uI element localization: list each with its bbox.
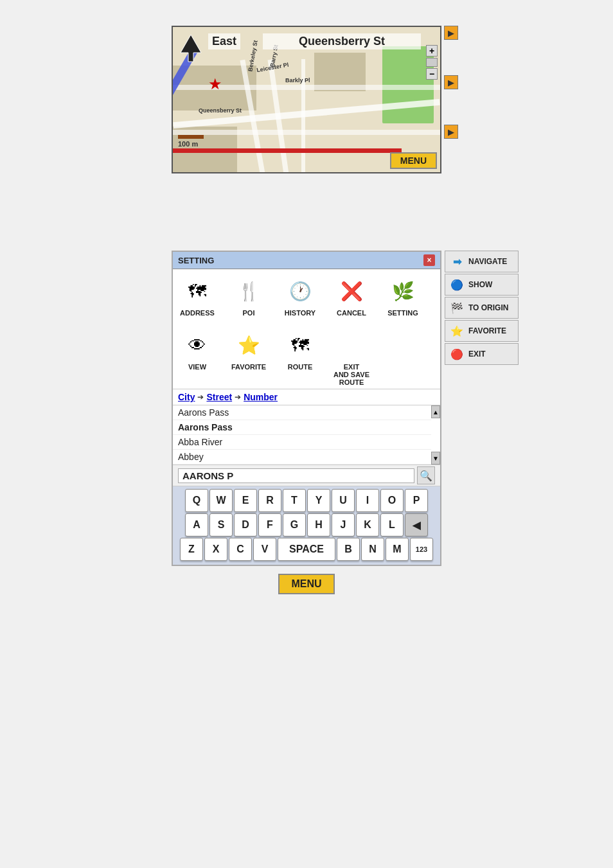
- map-street-name: Queensberry St: [263, 33, 421, 49]
- favorite-icon: ⭐: [233, 330, 264, 360]
- to-origin-icon: 🏁: [449, 300, 465, 315]
- poi-icon: 🍴: [233, 276, 264, 306]
- key-b[interactable]: B: [337, 538, 360, 561]
- exit-button[interactable]: 🔴 EXIT: [445, 343, 519, 365]
- dialog-container: SETTING × 🗺 ADDRESS 🍴 POI 🕐 HISTORY ❌ CA…: [172, 251, 441, 566]
- list-item[interactable]: Aarons Pass: [173, 405, 431, 420]
- cancel-icon: ❌: [336, 276, 367, 306]
- navigate-label: NAVIGATE: [468, 257, 507, 266]
- to-origin-button[interactable]: 🏁 TO ORIGIN: [445, 297, 519, 319]
- key-l[interactable]: L: [380, 513, 404, 536]
- navigate-button[interactable]: ➡ NAVIGATE: [445, 251, 519, 272]
- location-marker: ★: [208, 75, 222, 93]
- search-input[interactable]: [178, 468, 414, 483]
- zoom-in-button[interactable]: +: [426, 45, 438, 57]
- favorite-button[interactable]: ⭐ FAVORITE: [445, 320, 519, 342]
- keyboard-row-1: Q W E R T Y U I O P: [175, 489, 438, 512]
- key-p[interactable]: P: [405, 489, 428, 512]
- map-arrow-right-3[interactable]: ▶: [444, 125, 458, 139]
- key-v[interactable]: V: [253, 538, 276, 561]
- key-u[interactable]: U: [332, 489, 355, 512]
- setting-label: SETTING: [387, 309, 418, 317]
- map-menu-button[interactable]: MENU: [390, 152, 437, 169]
- key-n[interactable]: N: [361, 538, 384, 561]
- key-d[interactable]: D: [234, 513, 257, 536]
- key-q[interactable]: Q: [185, 489, 208, 512]
- icon-address[interactable]: 🗺 ADDRESS: [178, 276, 217, 317]
- map-arrow-right-2[interactable]: ▶: [444, 75, 458, 89]
- icon-cancel[interactable]: ❌ CANCEL: [332, 276, 371, 317]
- show-button[interactable]: 🔵 SHOW: [445, 274, 519, 296]
- icon-favorite[interactable]: ⭐ FAVORITE: [229, 330, 268, 386]
- breadcrumb-arrow-2: ➔: [235, 393, 241, 402]
- zoom-out-button[interactable]: −: [426, 68, 438, 80]
- list-item[interactable]: Abbey: [173, 450, 431, 465]
- key-backspace[interactable]: ◀: [405, 513, 428, 536]
- key-m[interactable]: M: [386, 538, 409, 561]
- zoom-scroll: [426, 58, 438, 67]
- exit-save-label: EXIT AND SAVE ROUTE: [333, 363, 369, 386]
- nav-up-arrow[interactable]: [178, 32, 204, 64]
- exit-save-icon: [336, 330, 367, 360]
- poi-label: POI: [243, 309, 255, 317]
- icon-view[interactable]: 👁 VIEW: [178, 330, 217, 386]
- key-o[interactable]: O: [380, 489, 404, 512]
- list-item[interactable]: Aarons Pass: [173, 420, 431, 435]
- key-t[interactable]: T: [283, 489, 306, 512]
- view-label: VIEW: [188, 363, 206, 371]
- icon-exit-save[interactable]: EXIT AND SAVE ROUTE: [332, 330, 371, 386]
- breadcrumb-city[interactable]: City: [178, 392, 195, 402]
- route-icon: 🗺: [285, 330, 315, 360]
- key-w[interactable]: W: [209, 489, 233, 512]
- exit-icon: 🔴: [449, 346, 465, 362]
- map-arrow-right-1[interactable]: ▶: [444, 26, 458, 40]
- key-k[interactable]: K: [356, 513, 379, 536]
- route-label: ROUTE: [288, 363, 313, 371]
- key-j[interactable]: J: [332, 513, 355, 536]
- search-row: 🔍: [173, 465, 440, 486]
- keyboard-row-2: A S D F G H J K L ◀: [175, 513, 438, 536]
- map-right-arrows: ▶ ▶ ▶: [444, 26, 458, 139]
- favorite-star-icon: ⭐: [449, 323, 465, 339]
- key-e[interactable]: E: [234, 489, 257, 512]
- key-x[interactable]: X: [204, 538, 227, 561]
- list-item[interactable]: Abba River: [173, 435, 431, 450]
- favorite-label: FAVORITE: [468, 326, 506, 335]
- key-c[interactable]: C: [229, 538, 252, 561]
- icons-row: 🗺 ADDRESS 🍴 POI 🕐 HISTORY ❌ CANCEL 🌿 SET…: [173, 269, 440, 389]
- key-123[interactable]: 123: [410, 538, 433, 561]
- breadcrumb-street[interactable]: Street: [206, 392, 232, 402]
- navigate-icon: ➡: [449, 254, 465, 269]
- dialog-title-bar: SETTING ×: [173, 252, 440, 269]
- show-icon: 🔵: [449, 277, 465, 292]
- key-space[interactable]: SPACE: [278, 538, 335, 561]
- map-scale: 100 m: [178, 135, 204, 148]
- address-label: ADDRESS: [180, 309, 215, 317]
- dialog-wrapper: SETTING × 🗺 ADDRESS 🍴 POI 🕐 HISTORY ❌ CA…: [172, 251, 441, 566]
- key-z[interactable]: Z: [180, 538, 203, 561]
- key-s[interactable]: S: [209, 513, 233, 536]
- icon-setting[interactable]: 🌿 SETTING: [384, 276, 422, 317]
- key-r[interactable]: R: [258, 489, 281, 512]
- key-i[interactable]: I: [356, 489, 379, 512]
- exit-label: EXIT: [468, 350, 486, 359]
- map-container: ★ Leicester Pl Barkly Pl Queensberry St …: [172, 26, 441, 173]
- scroll-down-button[interactable]: ▼: [431, 452, 440, 465]
- icon-history[interactable]: 🕐 HISTORY: [281, 276, 319, 317]
- bottom-menu-button[interactable]: MENU: [278, 574, 334, 594]
- breadcrumb-number[interactable]: Number: [244, 392, 278, 402]
- scroll-up-button[interactable]: ▲: [431, 405, 440, 418]
- key-y[interactable]: Y: [307, 489, 330, 512]
- key-f[interactable]: F: [258, 513, 281, 536]
- icon-route[interactable]: 🗺 ROUTE: [281, 330, 319, 386]
- map-direction-label: East: [208, 33, 240, 49]
- icon-poi[interactable]: 🍴 POI: [229, 276, 268, 317]
- key-g[interactable]: G: [283, 513, 306, 536]
- key-a[interactable]: A: [185, 513, 208, 536]
- history-icon: 🕐: [285, 276, 315, 306]
- key-h[interactable]: H: [307, 513, 330, 536]
- dialog-close-button[interactable]: ×: [423, 254, 435, 266]
- search-magnifier-button[interactable]: 🔍: [417, 466, 435, 484]
- list-container: Aarons Pass Aarons Pass Abba River Abbey…: [173, 405, 440, 465]
- view-icon: 👁: [182, 330, 213, 360]
